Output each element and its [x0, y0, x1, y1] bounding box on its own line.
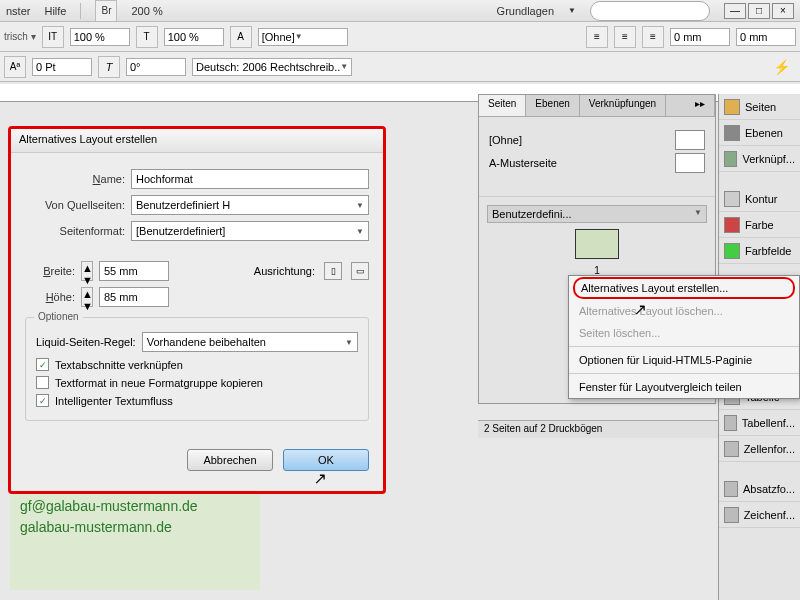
swatches-icon: [724, 243, 740, 259]
align-center-icon[interactable]: ≡: [614, 26, 636, 48]
ctx-create-alt-layout[interactable]: Alternatives Layout erstellen...: [573, 277, 795, 299]
tab-links[interactable]: Verknüpfungen: [580, 95, 666, 116]
portrait-button[interactable]: ▯: [324, 262, 342, 280]
char-style-select[interactable]: [Ohne]▼: [258, 28, 348, 46]
char-icon: A: [230, 26, 252, 48]
minimize-button[interactable]: —: [724, 3, 746, 19]
page-thumb[interactable]: [675, 130, 705, 150]
width-spinner[interactable]: ▲▼: [81, 261, 93, 281]
width-label: Breite:: [25, 265, 75, 277]
format-label: Seitenformat:: [25, 225, 125, 237]
dock-parastyles[interactable]: Absatzfo...: [719, 476, 800, 502]
height-spinner[interactable]: ▲▼: [81, 287, 93, 307]
dock-charstyles[interactable]: Zeichenf...: [719, 502, 800, 528]
skew-icon: T: [98, 56, 120, 78]
dock-cellstyles[interactable]: Zellenfor...: [719, 436, 800, 462]
charstyle-icon: [724, 507, 739, 523]
format-select[interactable]: [Benutzerdefiniert]▼: [131, 221, 369, 241]
skew-input[interactable]: [126, 58, 186, 76]
text-toolbar: trisch ▾ IT T A [Ohne]▼ ≡ ≡ ≡: [0, 22, 800, 52]
chk-label: Textabschnitte verknüpfen: [55, 359, 183, 371]
text-toolbar-2: Aª T Deutsch: 2006 Rechtschreib..▼ ⚡: [0, 52, 800, 82]
tab-layers[interactable]: Ebenen: [526, 95, 579, 116]
orientation-label: Ausrichtung:: [254, 265, 315, 277]
link-text-checkbox[interactable]: ✓: [36, 358, 49, 371]
smart-reflow-checkbox[interactable]: ✓: [36, 394, 49, 407]
ctx-delete-alt-layout: Alternatives Layout löschen...: [569, 300, 799, 322]
stroke-icon: [724, 191, 740, 207]
page-1-thumb[interactable]: [575, 229, 619, 259]
close-button[interactable]: ×: [772, 3, 794, 19]
layers-icon: [724, 125, 740, 141]
menu-item[interactable]: Hilfe: [44, 5, 66, 17]
dock-stroke[interactable]: Kontur: [719, 186, 800, 212]
page-thumb[interactable]: [675, 153, 705, 173]
options-group-title: Optionen: [34, 311, 83, 322]
dock-layers[interactable]: Ebenen: [719, 120, 800, 146]
layout-context-menu: Alternatives Layout erstellen... Alterna…: [568, 275, 800, 399]
tab-pages[interactable]: Seiten: [479, 95, 526, 116]
master-a[interactable]: A-Musterseite: [489, 157, 557, 169]
cancel-button[interactable]: Abbrechen: [187, 449, 273, 471]
links-icon: [724, 151, 737, 167]
scale-v-input[interactable]: [164, 28, 224, 46]
height-label: Höhe:: [25, 291, 75, 303]
name-label: Name:: [25, 173, 125, 185]
height-input[interactable]: [99, 287, 169, 307]
email-text: gf@galabau-mustermann.de: [20, 498, 250, 514]
dock-color[interactable]: Farbe: [719, 212, 800, 238]
maximize-button[interactable]: □: [748, 3, 770, 19]
dock-tablestyles[interactable]: Tabellenf...: [719, 410, 800, 436]
dock-links[interactable]: Verknüpf...: [719, 146, 800, 172]
name-input[interactable]: [131, 169, 369, 189]
text-tool-icon[interactable]: IT: [42, 26, 64, 48]
baseline-icon: Aª: [4, 56, 26, 78]
landscape-button[interactable]: ▭: [351, 262, 369, 280]
workspace-select[interactable]: Grundlagen: [497, 5, 555, 17]
liquid-select[interactable]: Vorhandene beibehalten▼: [142, 332, 358, 352]
copy-styles-checkbox[interactable]: [36, 376, 49, 389]
dock-pages[interactable]: Seiten: [719, 94, 800, 120]
color-icon: [724, 217, 740, 233]
bolt-icon: ⚡: [773, 59, 790, 75]
panel-status: 2 Seiten auf 2 Druckbögen: [478, 420, 718, 438]
web-text: galabau-mustermann.de: [20, 519, 250, 535]
menu-item[interactable]: nster: [6, 5, 30, 17]
language-select[interactable]: Deutsch: 2006 Rechtschreib..▼: [192, 58, 352, 76]
liquid-label: Liquid-Seiten-Regel:: [36, 336, 136, 348]
margin-input[interactable]: [670, 28, 730, 46]
cellstyle-icon: [724, 441, 739, 457]
ctx-split-window[interactable]: Fenster für Layoutvergleich teilen: [569, 376, 799, 398]
ctx-liquid-options[interactable]: Optionen für Liquid-HTML5-Paginie: [569, 349, 799, 371]
search-input[interactable]: [590, 1, 710, 21]
zoom-value[interactable]: 200 %: [131, 5, 162, 17]
source-label: Von Quellseiten:: [25, 199, 125, 211]
pages-icon: [724, 99, 740, 115]
margin-input[interactable]: [736, 28, 796, 46]
align-left-icon[interactable]: ≡: [586, 26, 608, 48]
tablestyle-icon: [724, 415, 737, 431]
type-icon: T: [136, 26, 158, 48]
chk-label: Textformat in neue Formatgruppe kopieren: [55, 377, 263, 389]
panel-menu-icon[interactable]: ▸▸: [686, 95, 715, 116]
chk-label: Intelligenter Textumfluss: [55, 395, 173, 407]
width-input[interactable]: [99, 261, 169, 281]
align-right-icon[interactable]: ≡: [642, 26, 664, 48]
scale-h-input[interactable]: [70, 28, 130, 46]
ok-button[interactable]: OK: [283, 449, 369, 471]
dialog-title: Alternatives Layout erstellen: [11, 129, 383, 153]
layout-header[interactable]: Benutzerdefini...▼: [487, 205, 707, 223]
bridge-button[interactable]: Br: [95, 0, 117, 22]
create-alt-layout-dialog: Alternatives Layout erstellen Name: Von …: [8, 126, 386, 494]
menubar: nster Hilfe Br 200 % Grundlagen ▼ — □ ×: [0, 0, 800, 22]
master-none[interactable]: [Ohne]: [489, 134, 522, 146]
baseline-input[interactable]: [32, 58, 92, 76]
source-select[interactable]: Benutzerdefiniert H▼: [131, 195, 369, 215]
dock-swatches[interactable]: Farbfelde: [719, 238, 800, 264]
parastyle-icon: [724, 481, 738, 497]
ctx-delete-pages: Seiten löschen...: [569, 322, 799, 344]
